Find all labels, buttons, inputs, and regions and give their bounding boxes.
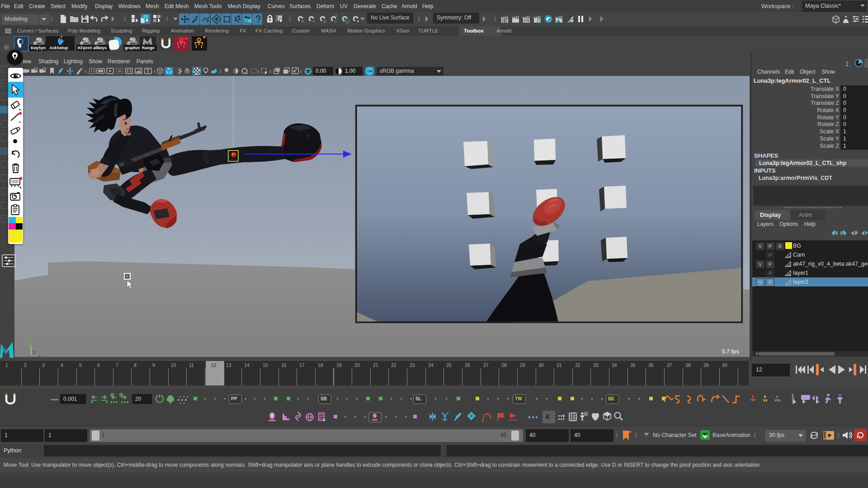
svg-text:T: T bbox=[146, 69, 149, 74]
svg-text:IPR: IPR bbox=[524, 19, 528, 22]
svg-text:z: z bbox=[38, 354, 41, 357]
svg-text:1: 1 bbox=[791, 393, 794, 399]
svg-text:S: S bbox=[120, 394, 123, 397]
svg-text:5.7 fps: 5.7 fps bbox=[722, 348, 739, 355]
svg-text:y: y bbox=[29, 341, 32, 347]
svg-text:x: x bbox=[33, 349, 36, 355]
svg-text:S: S bbox=[111, 394, 113, 397]
